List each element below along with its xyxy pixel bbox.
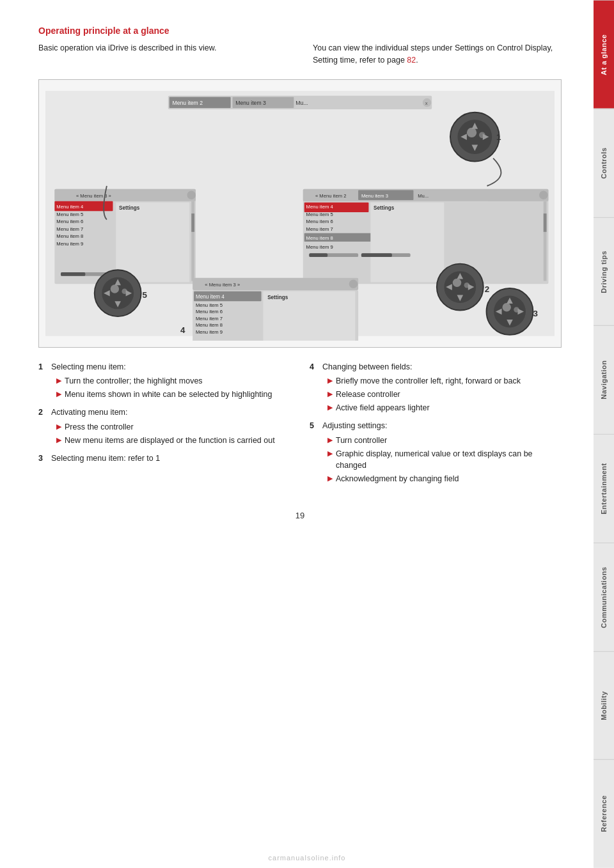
svg-text:Mu...: Mu... [295,100,308,106]
svg-text:Menu item 3: Menu item 3 [361,193,388,199]
svg-point-78 [349,279,358,288]
svg-text:Menu item 9: Menu item 9 [306,244,333,249]
tab-communications[interactable]: Communications [594,543,614,651]
svg-text:Mu...: Mu... [418,193,429,199]
svg-text:Menu item 2: Menu item 2 [173,100,203,106]
svg-text:Menu item 8: Menu item 8 [56,233,83,239]
list-item-1: 1 Selecting menu item: ▶ Turn the contro… [38,362,290,403]
tab-navigation[interactable]: Navigation [594,325,614,434]
svg-rect-64 [361,253,392,257]
svg-text:Settings: Settings [119,205,140,211]
sub-item-4-3: ▶ Active field appears lighter [322,402,521,414]
list-content-5: Adjusting settings: ▶ Turn controller ▶ … [322,421,562,486]
svg-text:Menu item 5: Menu item 5 [196,302,223,307]
svg-text:Menu item 4: Menu item 4 [306,204,334,210]
tab-reference[interactable]: Reference [594,759,614,868]
sub-list-2: ▶ Press the controller ▶ New menu items … [51,421,275,446]
svg-text:Menu item 6: Menu item 6 [196,309,223,314]
sub-list-4: ▶ Briefly move the controller left, righ… [322,375,521,414]
svg-point-92 [502,303,510,311]
tab-at-a-glance[interactable]: At a glance [594,0,614,109]
svg-text:Menu item 5: Menu item 5 [306,211,333,217]
arrow-icon: ▶ [327,376,333,386]
svg-point-11 [467,127,476,137]
sub-item-5-2: ▶ Graphic display, numerical value or te… [322,448,562,471]
diagram-container: Menu item 2 Menu item 3 Mu... x 1 « Menu… [38,79,562,348]
page-link-82[interactable]: 82 [407,56,416,65]
intro-columns: Basic operation via iDrive is described … [38,42,562,66]
svg-text:5: 5 [143,290,148,300]
svg-text:Menu item 6: Menu item 6 [306,219,333,224]
tab-controls[interactable]: Controls [594,109,614,217]
svg-text:« Menu item 3 »: « Menu item 3 » [76,193,111,199]
sub-item-4-1: ▶ Briefly move the controller left, righ… [322,375,521,387]
list-item-3: 3 Selecting menu item: refer to 1 [38,453,290,465]
list-item-4: 4 Changing between fields: ▶ Briefly mov… [310,362,562,416]
svg-text:« Menu item 3 »: « Menu item 3 » [205,282,240,288]
sub-item-2-2: ▶ New menu items are displayed or the fu… [51,435,275,446]
svg-text:x: x [425,100,428,106]
svg-text:3: 3 [533,309,537,318]
svg-text:Menu item 8: Menu item 8 [306,235,333,241]
list-col-right: 4 Changing between fields: ▶ Briefly mov… [310,362,562,492]
list-num-1: 1 [38,362,47,403]
list-num-2: 2 [38,407,47,448]
arrow-icon: ▶ [56,376,61,386]
list-content-1: Selecting menu item: ▶ Turn the controll… [51,362,272,403]
svg-text:Menu item 9: Menu item 9 [196,329,223,334]
svg-text:Menu item 3: Menu item 3 [235,100,266,106]
sub-list-1: ▶ Turn the controller; the highlight mov… [51,375,272,400]
numbered-lists: 1 Selecting menu item: ▶ Turn the contro… [38,362,562,492]
svg-rect-32 [61,272,85,276]
list-num-5: 5 [310,421,319,486]
svg-text:4: 4 [180,325,185,335]
svg-point-69 [453,278,461,286]
sub-item-4-2: ▶ Release controller [322,389,521,400]
svg-point-37 [111,284,119,293]
svg-text:« Menu item 2: « Menu item 2 [315,193,347,199]
list-content-4: Changing between fields: ▶ Briefly move … [322,362,521,416]
arrow-icon: ▶ [56,389,61,399]
list-num-3: 3 [38,453,47,465]
page-number: 19 [38,511,562,520]
svg-rect-62 [309,253,327,257]
list-content-3: Selecting menu item: refer to 1 [51,453,160,465]
svg-rect-34 [191,213,194,232]
list-num-4: 4 [310,362,319,416]
main-content: Operating principle at a glance Basic op… [0,0,594,868]
svg-text:Settings: Settings [267,295,288,300]
svg-text:Menu item 5: Menu item 5 [56,211,83,217]
sub-list-5: ▶ Turn controller ▶ Graphic display, num… [322,435,562,485]
svg-rect-29 [116,202,189,282]
svg-text:1: 1 [496,132,501,141]
svg-text:Menu item 4: Menu item 4 [56,204,84,210]
svg-text:Menu item 7: Menu item 7 [56,226,83,231]
arrow-icon: ▶ [56,422,61,432]
svg-text:Menu item 7: Menu item 7 [306,226,333,231]
svg-text:2: 2 [485,284,489,293]
list-col-left: 1 Selecting menu item: ▶ Turn the contro… [38,362,290,492]
svg-text:Settings: Settings [374,205,395,211]
svg-rect-59 [370,202,444,282]
sub-item-5-3: ▶ Acknowledgment by changing field [322,473,562,484]
svg-text:Menu item 7: Menu item 7 [196,315,223,321]
diagram-svg: Menu item 2 Menu item 3 Mu... x 1 « Menu… [45,86,555,341]
tab-mobility[interactable]: Mobility [594,651,614,760]
arrow-icon: ▶ [327,449,333,459]
intro-right: You can view the individual steps under … [313,42,562,66]
arrow-icon: ▶ [327,435,333,446]
list-content-2: Activating menu item: ▶ Press the contro… [51,407,275,448]
svg-rect-65 [544,201,547,281]
svg-text:Menu item 8: Menu item 8 [196,322,223,328]
svg-point-21 [187,190,196,199]
svg-text:Menu item 6: Menu item 6 [56,219,83,224]
svg-text:Menu item 9: Menu item 9 [56,240,83,246]
tab-entertainment[interactable]: Entertainment [594,434,614,543]
section-heading: Operating principle at a glance [38,26,562,36]
tab-driving-tips[interactable]: Driving tips [594,217,614,326]
tab-bar: At a glance Controls Driving tips Naviga… [594,0,614,868]
intro-left: Basic operation via iDrive is described … [38,42,287,66]
svg-text:Menu item 4: Menu item 4 [196,294,224,300]
svg-point-50 [539,190,547,199]
svg-rect-33 [191,201,194,281]
